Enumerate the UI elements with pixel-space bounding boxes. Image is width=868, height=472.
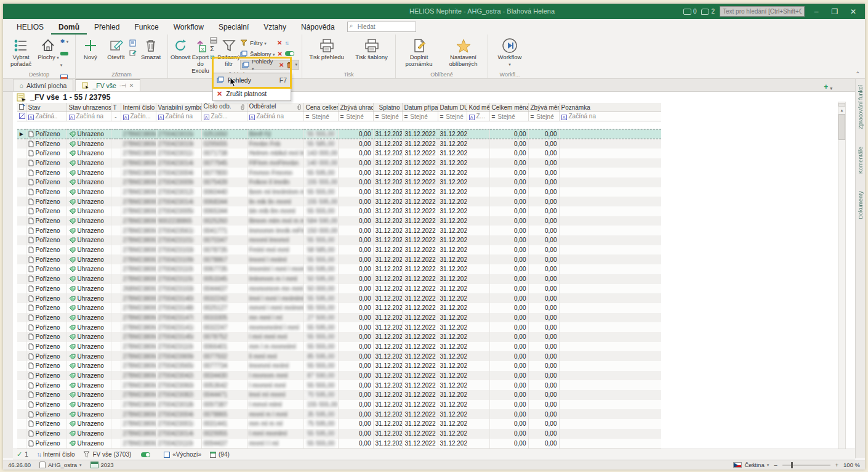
active-filter[interactable]: FV vše (3703) xyxy=(83,451,131,458)
filter-cell-stav[interactable]: AZačíná.. xyxy=(26,112,66,121)
menu-option-zrušit-platnost[interactable]: ✕Zrušit platnost xyxy=(213,87,291,100)
column-header-splatno[interactable]: Splatno xyxy=(373,103,402,112)
table-row[interactable]: PořízenoUhrazeno27BM23806442700423042i00… xyxy=(17,371,661,381)
tab-aktivní-plocha[interactable]: ⌂Aktivní plocha xyxy=(13,79,73,91)
messages-badge[interactable]: 2 xyxy=(701,8,715,15)
column-header-zbyva2[interactable]: Zbývá měna xyxy=(528,103,559,112)
column-header-interni[interactable]: Interní číslo▽ xyxy=(121,103,156,112)
doc-small-icon[interactable] xyxy=(129,39,137,47)
filter-cell-pripad[interactable]: =Stejné xyxy=(402,112,438,121)
scrollbar-thumb[interactable] xyxy=(838,114,845,140)
add-tab-button[interactable]: + xyxy=(824,83,828,91)
table-row[interactable]: PořízenoUhrazeno27BM23806482700423019i02… xyxy=(17,139,661,149)
table-row[interactable]: ▶PořízenoUhrazeno27BM23806452700423015i0… xyxy=(17,129,661,139)
delete-button[interactable]: Smazat xyxy=(137,36,165,61)
clear-template-icon[interactable]: ✕ xyxy=(278,51,283,57)
template-toggle[interactable] xyxy=(285,51,294,56)
records-grid[interactable]: StavStav uhrazenostiTInterní číslo▽Varia… xyxy=(17,103,661,458)
print-view-button[interactable]: Tisk přehledu xyxy=(306,36,348,61)
table-row[interactable]: PořízenoUhrazeno27BM23806472700423147i00… xyxy=(17,313,661,323)
view-default[interactable]: «Výchozí» xyxy=(164,451,201,458)
filter-cell-celkem[interactable]: =Stejné xyxy=(489,112,528,121)
filter-sort-icon[interactable]: ↑↓ xyxy=(284,39,288,46)
select-folder-button[interactable]: Vybrat pořadač xyxy=(6,36,36,68)
menu-option-pohledy[interactable]: PohledyF7 xyxy=(213,73,291,87)
sum-icon[interactable]: Σ xyxy=(210,45,217,52)
panel-tools-icon[interactable]: ▾ xyxy=(60,47,73,69)
edit-small-icon[interactable] xyxy=(129,49,137,57)
filter-cell-kod[interactable]: AZ... xyxy=(467,112,489,121)
table-row[interactable]: PořízenoUhrazeno26BM23806332700423103i00… xyxy=(17,284,661,294)
ribbon-collapse-chevron[interactable]: ⌃ xyxy=(855,71,860,77)
side-tab-dokumenty[interactable]: Dokumenty xyxy=(858,191,864,219)
table-row[interactable]: PořízenoUhrazeno27BM23806582700423140i00… xyxy=(17,293,661,303)
filter-cell-t[interactable]: - xyxy=(111,112,121,121)
column-header-odb[interactable]: Odběratel xyxy=(247,103,303,112)
year-selector[interactable]: 2023 xyxy=(90,462,114,468)
sort-indicator[interactable]: ↑↓ Interní číslo xyxy=(37,451,75,458)
column-header-pripad[interactable]: Datum případu xyxy=(402,103,438,112)
table-row[interactable]: PořízenoUhrazeno27BM23806512700423148i00… xyxy=(17,303,661,313)
favorites-settings-button[interactable]: Nastavení oblíbených xyxy=(443,36,484,68)
column-header-t[interactable]: T xyxy=(111,103,121,112)
table-row[interactable]: PořízenoUhrazeno27BM23806532700423011i00… xyxy=(17,149,661,158)
column-header-pozn[interactable]: Poznámka xyxy=(559,103,661,112)
print-template-button[interactable]: Tisk šablony xyxy=(352,36,392,61)
table-row[interactable]: PořízenoUhrazeno27BM23806822700423005i00… xyxy=(17,206,661,216)
vertical-scrollbar[interactable]: ▲ ▼ xyxy=(838,102,846,454)
clear-view-icon[interactable]: ✕ xyxy=(279,62,284,68)
views-row[interactable]: Pohledy ▾ ✕ ▾ xyxy=(240,60,299,70)
side-tab-komentáře[interactable]: Komentáře xyxy=(858,147,864,174)
column-header-duzp[interactable]: Datum DUZP xyxy=(438,103,467,112)
sheet-small-icon[interactable] xyxy=(210,37,217,44)
filter-cell-interni[interactable]: AZačín... xyxy=(121,112,156,121)
table-row[interactable]: PořízenoUhrazeno27BM23806422700423060i00… xyxy=(17,380,661,390)
table-row[interactable]: PořízenoUhrazeno27BM23806542700423115i00… xyxy=(17,274,661,284)
zoom-slider[interactable] xyxy=(782,465,830,466)
table-row[interactable]: PořízenoUhrazeno27BM23806619002238865002… xyxy=(17,216,661,226)
table-row[interactable]: PořízenoUhrazeno27BM23806462700423014i00… xyxy=(17,158,661,168)
minimize-button[interactable]: – xyxy=(810,7,823,16)
column-header-uhr[interactable]: Stav uhrazenosti xyxy=(66,103,111,112)
table-row[interactable]: PořízenoUhrazeno27BM23806982700423012i00… xyxy=(17,187,661,197)
side-tab-zpracování-funkcí[interactable]: Zpracování funkcí xyxy=(858,85,864,129)
menu-item-workflow[interactable]: Workflow xyxy=(166,20,211,35)
filter-cell-cislo[interactable]: AZači... xyxy=(201,112,247,121)
export-excel-button[interactable]: X Export do Excelu xyxy=(191,36,210,75)
table-row[interactable]: PořízenoUhrazeno27BM23806372700423014i00… xyxy=(17,429,661,439)
column-header-cislo[interactable]: Číslo odb. xyxy=(201,103,247,112)
filter-cell-odb[interactable]: AZačíná na xyxy=(247,112,303,121)
notifications-badge[interactable]: 0 xyxy=(683,8,697,15)
database-selector[interactable]: AHG_ostra ▾ xyxy=(39,462,82,468)
table-row[interactable]: PořízenoUhrazeno27BM23806562700423110i00… xyxy=(17,264,661,274)
close-tab-icon[interactable]: ✕ xyxy=(129,83,134,89)
filter-cell-zbyva[interactable]: =Stejné xyxy=(338,112,373,121)
filter-cell-duzp[interactable]: =Stejné xyxy=(438,112,467,121)
table-row[interactable]: PořízenoUhrazeno27BM23806452700423561i00… xyxy=(17,226,661,235)
table-row[interactable]: PořízenoUhrazeno27BM23806462700423004i00… xyxy=(17,409,661,419)
table-row[interactable]: PořízenoUhrazeno27BM23806382700423101i00… xyxy=(17,235,661,245)
maximize-button[interactable]: ❐ xyxy=(828,7,842,16)
language-selector[interactable]: Čeština ▾ xyxy=(733,462,769,468)
refresh-button[interactable]: Obnovit xyxy=(171,36,191,61)
add-note-button[interactable]: Doplnit poznámku xyxy=(400,36,438,68)
view-alt[interactable]: (94) xyxy=(210,451,230,458)
filter-cell-uhr[interactable]: AZačíná na xyxy=(66,112,111,121)
zoom-out-button[interactable]: – xyxy=(774,462,777,468)
open-button[interactable]: Otevřít xyxy=(103,36,130,61)
selected-count[interactable]: ✓ 1 xyxy=(17,450,28,458)
menu-item-domů[interactable]: Domů xyxy=(51,20,87,35)
filter-cell-cena[interactable]: =Stejné xyxy=(303,112,338,121)
templates-row[interactable]: Šablony ▾ ✕ xyxy=(240,49,299,59)
close-button[interactable]: ✕ xyxy=(846,7,860,16)
column-header-vs[interactable]: Variabilní symbol xyxy=(156,103,201,112)
scrollbar-split-handle[interactable] xyxy=(838,103,845,107)
clear-filter-icon[interactable]: ✕ xyxy=(277,39,282,46)
menu-item-helios[interactable]: HELIOS xyxy=(9,20,51,35)
zoom-in-button[interactable]: + xyxy=(835,462,839,468)
table-row[interactable]: PořízenoUhrazeno27BM23806482700423565i00… xyxy=(17,361,661,371)
scroll-up-button[interactable]: ▲ xyxy=(840,107,844,114)
table-row[interactable]: PořízenoUhrazeno27BM23806572700423103i00… xyxy=(17,245,661,255)
menu-item-vztahy[interactable]: Vztahy xyxy=(256,20,294,35)
workflow-button[interactable]: Workflow▾ xyxy=(491,36,528,68)
